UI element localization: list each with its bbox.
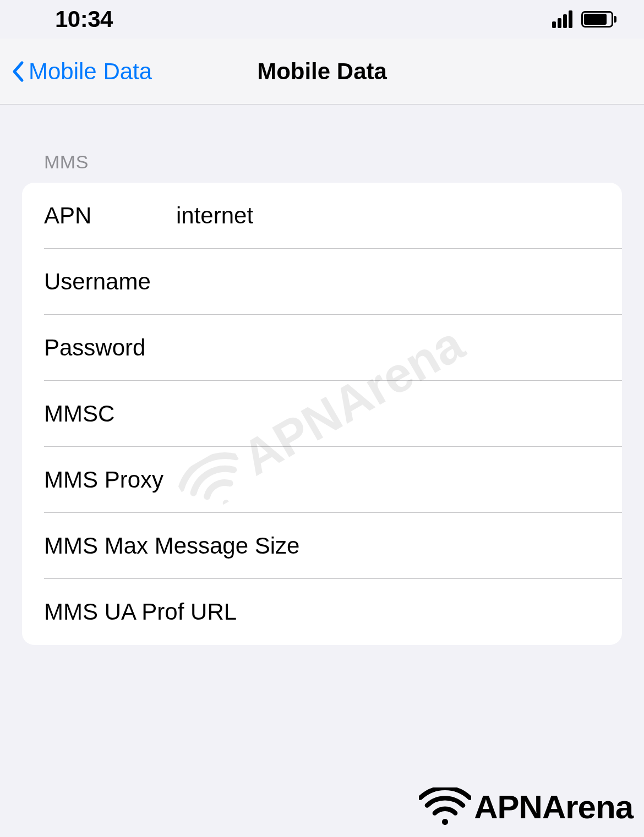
navigation-bar: Mobile Data Mobile Data [0,39,644,105]
wifi-icon [419,787,471,826]
mms-ua-prof-url-input[interactable] [599,599,600,625]
svg-point-0 [442,819,448,825]
row-label: Username [44,269,176,295]
row-apn[interactable]: APN [22,183,622,249]
row-label: MMS Max Message Size [44,533,599,559]
back-label: Mobile Data [29,58,152,85]
row-username[interactable]: Username [22,249,622,315]
brand-logo: APNArena [419,787,633,826]
section-header-mms: MMS [22,105,622,183]
row-password[interactable]: Password [22,315,622,381]
row-mms-proxy[interactable]: MMS Proxy [22,447,622,513]
row-label: MMSC [44,401,176,427]
status-bar: 10:34 [0,0,644,39]
mms-max-size-input[interactable] [599,533,600,559]
row-label: MMS UA Prof URL [44,599,599,625]
password-input[interactable] [176,335,600,361]
row-label: MMS Proxy [44,467,176,493]
mmsc-input[interactable] [176,401,600,427]
content-area: MMS APN Username Password MMSC MMS Proxy [0,105,644,645]
apn-input[interactable] [176,203,600,229]
row-mms-max-size[interactable]: MMS Max Message Size [22,513,622,579]
status-indicators [552,10,616,28]
brand-logo-text: APNArena [474,788,633,826]
page-title: Mobile Data [257,58,387,85]
row-label: Password [44,335,176,361]
settings-group-mms: APN Username Password MMSC MMS Proxy MMS… [22,183,622,645]
battery-icon [581,11,616,28]
row-label: APN [44,203,176,229]
row-mmsc[interactable]: MMSC [22,381,622,447]
cellular-signal-icon [552,10,572,28]
mms-proxy-input[interactable] [176,467,600,493]
row-mms-ua-prof-url[interactable]: MMS UA Prof URL [22,579,622,645]
chevron-left-icon [11,61,24,83]
back-button[interactable]: Mobile Data [11,58,152,85]
username-input[interactable] [176,269,600,295]
status-time: 10:34 [55,6,113,32]
